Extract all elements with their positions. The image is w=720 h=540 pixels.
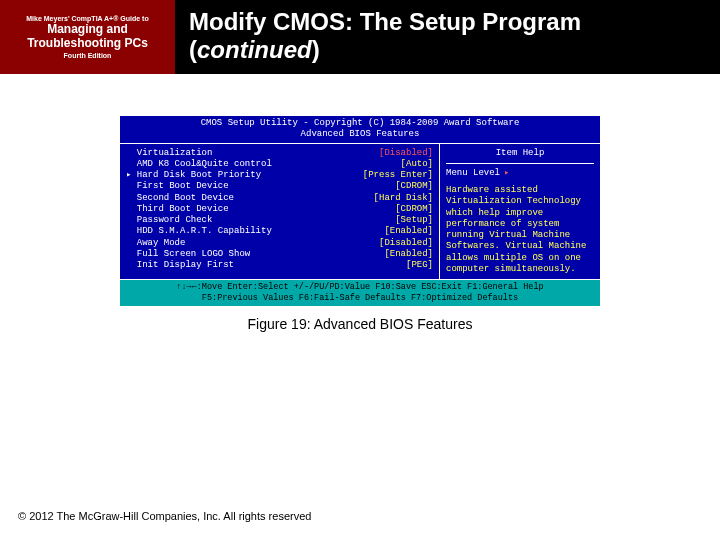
bios-setting-row: Init Display First[PEG] <box>126 260 433 271</box>
bios-setting-row: Full Screen LOGO Show[Enabled] <box>126 249 433 260</box>
slide-header: Mike Meyers' CompTIA A+® Guide to Managi… <box>0 0 720 74</box>
bios-setting-row: Third Boot Device[CDROM] <box>126 204 433 215</box>
arrow-icon: ▸ <box>504 168 509 179</box>
bios-setting-row: Password Check[Setup] <box>126 215 433 226</box>
bios-settings-panel: Virtualization[Disabled] AMD K8 Cool&Qui… <box>120 144 440 280</box>
bios-title: CMOS Setup Utility - Copyright (C) 1984-… <box>120 116 600 143</box>
bios-help-panel: Item Help Menu Level▸ Hardware assisted … <box>440 144 600 280</box>
help-title: Item Help <box>446 148 594 164</box>
bios-setting-row: Away Mode[Disabled] <box>126 238 433 249</box>
book-badge: Mike Meyers' CompTIA A+® Guide to Managi… <box>0 0 175 74</box>
bios-setting-row: HDD S.M.A.R.T. Capability[Enabled] <box>126 226 433 237</box>
copyright: © 2012 The McGraw-Hill Companies, Inc. A… <box>18 510 311 522</box>
bios-body: Virtualization[Disabled] AMD K8 Cool&Qui… <box>120 143 600 281</box>
menu-level: Menu Level▸ <box>446 168 594 179</box>
bios-window: CMOS Setup Utility - Copyright (C) 1984-… <box>120 116 600 280</box>
bios-footer: ↑↓→←:Move Enter:Select +/-/PU/PD:Value F… <box>120 280 600 306</box>
slide-title: Modify CMOS: The Setup Program (continue… <box>175 0 720 74</box>
book-edition: Fourth Edition <box>4 52 171 59</box>
bios-setting-row: AMD K8 Cool&Quite control[Auto] <box>126 159 433 170</box>
bios-setting-row: ▸ Hard Disk Boot Priority[Press Enter] <box>126 170 433 181</box>
figure-caption: Figure 19: Advanced BIOS Features <box>120 316 600 332</box>
bios-setting-row: Virtualization[Disabled] <box>126 148 433 159</box>
book-series: Mike Meyers' CompTIA A+® Guide to <box>4 15 171 22</box>
bios-screenshot: CMOS Setup Utility - Copyright (C) 1984-… <box>120 116 600 332</box>
help-text: Hardware assisted Virtualization Technol… <box>446 185 594 275</box>
bios-setting-row: First Boot Device[CDROM] <box>126 181 433 192</box>
book-title: Managing and Troubleshooting PCs <box>4 23 171 49</box>
bios-setting-row: Second Boot Device[Hard Disk] <box>126 193 433 204</box>
